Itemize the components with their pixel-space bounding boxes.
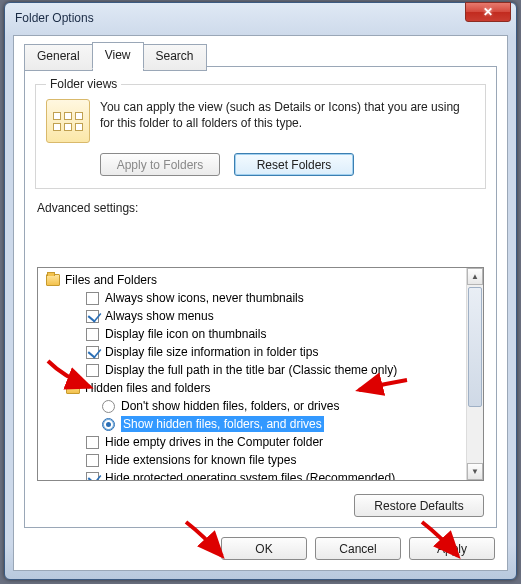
- scroll-track[interactable]: [467, 285, 483, 463]
- list-item[interactable]: Hide extensions for known file types: [42, 451, 466, 469]
- radio[interactable]: [102, 400, 115, 413]
- scrollbar[interactable]: ▲ ▼: [466, 268, 483, 480]
- list-item[interactable]: Hide protected operating system files (R…: [42, 469, 466, 480]
- apply-button[interactable]: Apply: [409, 537, 495, 560]
- cancel-button[interactable]: Cancel: [315, 537, 401, 560]
- tree-root[interactable]: Files and Folders: [42, 271, 466, 289]
- reset-folders-button[interactable]: Reset Folders: [234, 153, 354, 176]
- list-item[interactable]: Display file icon on thumbnails: [42, 325, 466, 343]
- checkbox[interactable]: [86, 292, 99, 305]
- list-item-label: Always show icons, never thumbnails: [105, 291, 304, 305]
- close-button[interactable]: ✕: [465, 2, 511, 22]
- scroll-up-button[interactable]: ▲: [467, 268, 483, 285]
- list-item-label: Hidden files and folders: [85, 381, 210, 395]
- close-icon: ✕: [483, 5, 493, 19]
- advanced-settings-label: Advanced settings:: [37, 201, 496, 215]
- list-item-label: Don't show hidden files, folders, or dri…: [121, 399, 339, 413]
- list-item[interactable]: Hide empty drives in the Computer folder: [42, 433, 466, 451]
- restore-defaults-button[interactable]: Restore Defaults: [354, 494, 484, 517]
- apply-to-folders-button[interactable]: Apply to Folders: [100, 153, 220, 176]
- list-item-label: Show hidden files, folders, and drives: [121, 416, 324, 432]
- list-item-label: Hide extensions for known file types: [105, 453, 296, 467]
- tab-search[interactable]: Search: [143, 44, 207, 71]
- list-item[interactable]: Always show menus: [42, 307, 466, 325]
- list-item-label: Hide protected operating system files (R…: [105, 471, 395, 480]
- radio[interactable]: [102, 418, 115, 431]
- list-item-label: Display file size information in folder …: [105, 345, 318, 359]
- checkbox[interactable]: [86, 346, 99, 359]
- list-item[interactable]: Don't show hidden files, folders, or dri…: [42, 397, 466, 415]
- tab-view[interactable]: View: [92, 42, 144, 69]
- list-item[interactable]: Hidden files and folders: [42, 379, 466, 397]
- folder-options-window: Folder Options ✕ General View Search Fol…: [4, 2, 517, 580]
- folder-views-legend: Folder views: [46, 77, 121, 91]
- checkbox[interactable]: [86, 310, 99, 323]
- checkbox[interactable]: [86, 472, 99, 481]
- folder-icon: [46, 274, 60, 286]
- client-area: General View Search Folder views You can…: [13, 35, 508, 571]
- checkbox[interactable]: [86, 328, 99, 341]
- folder-views-description: You can apply the view (such as Details …: [100, 99, 475, 143]
- tab-general[interactable]: General: [24, 44, 93, 71]
- advanced-settings-list[interactable]: Files and FoldersAlways show icons, neve…: [37, 267, 484, 481]
- window-title: Folder Options: [15, 11, 465, 25]
- tab-page-view: Folder views You can apply the view (suc…: [24, 66, 497, 528]
- checkbox[interactable]: [86, 454, 99, 467]
- list-item[interactable]: Show hidden files, folders, and drives: [42, 415, 466, 433]
- list-item[interactable]: Display file size information in folder …: [42, 343, 466, 361]
- dialog-buttons: OK Cancel Apply: [221, 537, 495, 560]
- checkbox[interactable]: [86, 364, 99, 377]
- checkbox[interactable]: [86, 436, 99, 449]
- tree-root-label: Files and Folders: [65, 273, 157, 287]
- scroll-thumb[interactable]: [468, 287, 482, 407]
- list-item-label: Display file icon on thumbnails: [105, 327, 266, 341]
- list-item[interactable]: Always show icons, never thumbnails: [42, 289, 466, 307]
- list-item-label: Always show menus: [105, 309, 214, 323]
- list-item-label: Display the full path in the title bar (…: [105, 363, 397, 377]
- list-item-label: Hide empty drives in the Computer folder: [105, 435, 323, 449]
- folder-views-group: Folder views You can apply the view (suc…: [35, 77, 486, 189]
- tabstrip: General View Search: [24, 44, 206, 71]
- ok-button[interactable]: OK: [221, 537, 307, 560]
- scroll-down-button[interactable]: ▼: [467, 463, 483, 480]
- folder-icon: [66, 382, 80, 394]
- list-item[interactable]: Display the full path in the title bar (…: [42, 361, 466, 379]
- folder-views-icon: [46, 99, 90, 143]
- titlebar[interactable]: Folder Options ✕: [5, 3, 516, 33]
